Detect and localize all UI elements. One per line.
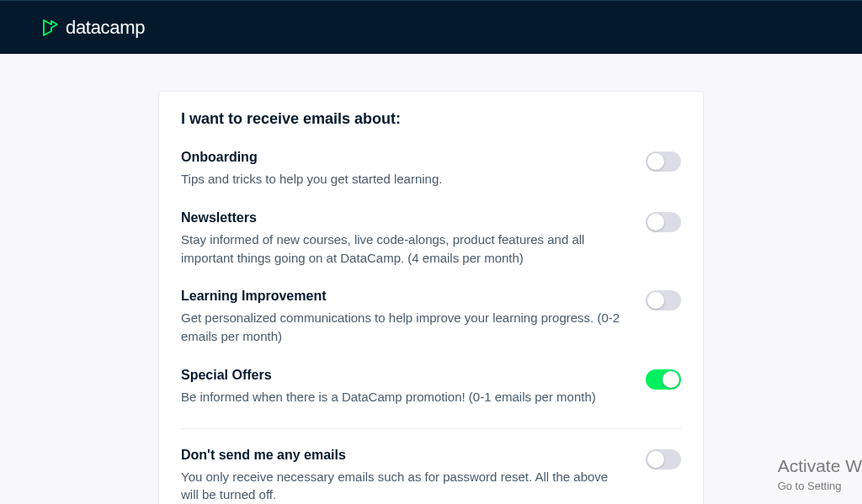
divider: [181, 428, 681, 429]
toggle-optout[interactable]: [646, 449, 681, 470]
pref-text: Learning Improvement Get personalized co…: [181, 289, 629, 346]
pref-text: Don't send me any emails You only receiv…: [181, 448, 629, 505]
pref-label: Special Offers: [181, 368, 629, 383]
toggle-knob: [647, 214, 664, 231]
pref-row-newsletters: Newsletters Stay informed of new courses…: [181, 210, 681, 268]
pref-desc: Stay informed of new courses, live code-…: [181, 231, 629, 268]
toggle-newsletters[interactable]: [646, 212, 681, 232]
pref-row-optout: Don't send me any emails You only receiv…: [181, 448, 681, 505]
pref-row-special-offers: Special Offers Be informed when there is…: [181, 368, 681, 406]
pref-label: Learning Improvement: [181, 289, 629, 304]
toggle-learning-improvement[interactable]: [646, 290, 681, 310]
pref-label: Newsletters: [181, 210, 629, 225]
pref-row-learning-improvement: Learning Improvement Get personalized co…: [181, 289, 681, 346]
app-header: datacamp: [0, 0, 862, 54]
pref-desc: Tips and tricks to help you get started …: [181, 170, 629, 188]
main-content: I want to receive emails about: Onboardi…: [0, 54, 862, 504]
pref-desc: Get personalized communications to help …: [181, 309, 629, 346]
pref-desc: You only receive necessary emails such a…: [181, 468, 629, 505]
email-preferences-card: I want to receive emails about: Onboardi…: [158, 91, 704, 504]
pref-label: Onboarding: [181, 150, 629, 165]
toggle-knob: [647, 292, 664, 309]
brand-logo[interactable]: datacamp: [40, 17, 145, 39]
toggle-special-offers[interactable]: [646, 369, 681, 390]
pref-desc: Be informed when there is a DataCamp pro…: [181, 388, 629, 406]
toggle-knob: [647, 153, 664, 170]
brand-text: datacamp: [66, 17, 145, 39]
pref-label: Don't send me any emails: [181, 448, 629, 463]
toggle-knob: [647, 451, 664, 468]
toggle-knob: [662, 371, 679, 388]
pref-text: Onboarding Tips and tricks to help you g…: [181, 150, 629, 188]
pref-row-onboarding: Onboarding Tips and tricks to help you g…: [181, 150, 681, 188]
pref-text: Special Offers Be informed when there is…: [181, 368, 629, 406]
pref-text: Newsletters Stay informed of new courses…: [181, 210, 629, 268]
datacamp-icon: [40, 18, 61, 38]
card-title: I want to receive emails about:: [181, 110, 681, 128]
toggle-onboarding[interactable]: [646, 151, 681, 172]
